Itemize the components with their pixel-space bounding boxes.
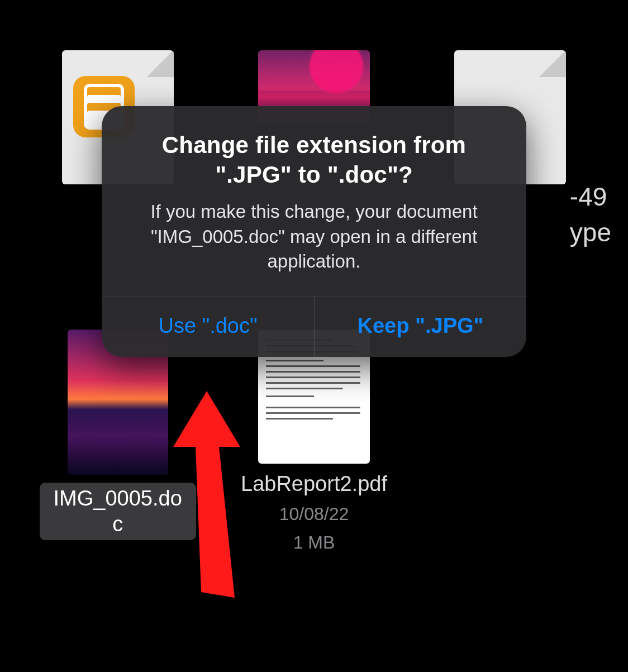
alert-buttons: Use ".doc" Keep ".JPG" [102,297,526,357]
change-extension-alert: Change file extension from ".JPG" to ".d… [102,106,526,357]
use-new-extension-button[interactable]: Use ".doc" [102,297,314,357]
alert-title: Change file extension from ".JPG" to ".d… [124,131,504,189]
alert-message: If you make this change, your document "… [124,199,504,274]
keep-old-extension-button[interactable]: Keep ".JPG" [314,297,526,357]
